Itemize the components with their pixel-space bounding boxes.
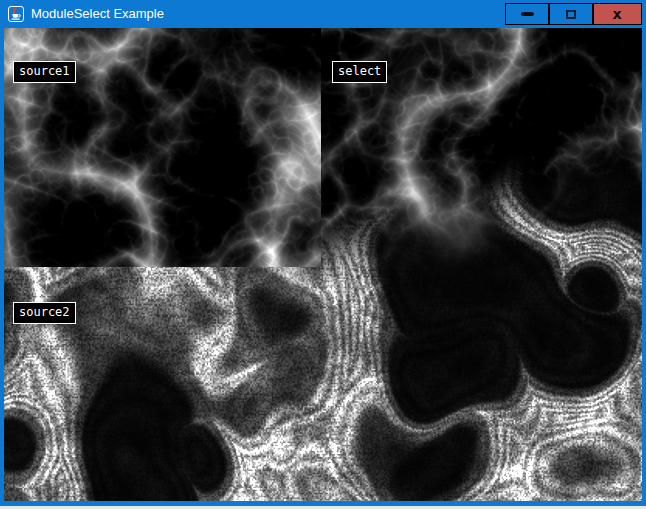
source1-label: source1: [13, 61, 76, 83]
close-icon: x: [613, 7, 623, 21]
render-area: source1 select source2: [4, 28, 642, 501]
window-controls: x: [505, 3, 642, 25]
java-coffee-cup-icon: [8, 6, 24, 22]
select-label: select: [332, 61, 387, 83]
maximize-button[interactable]: [549, 3, 593, 25]
app-window: ModuleSelect Example x source1 select so…: [0, 0, 646, 506]
titlebar[interactable]: ModuleSelect Example x: [0, 0, 646, 28]
source2-label: source2: [13, 302, 76, 324]
close-button[interactable]: x: [593, 3, 642, 25]
minimize-button[interactable]: [505, 3, 549, 25]
window-title: ModuleSelect Example: [31, 0, 164, 28]
maximize-icon: [566, 10, 576, 19]
minimize-icon: [521, 12, 534, 16]
